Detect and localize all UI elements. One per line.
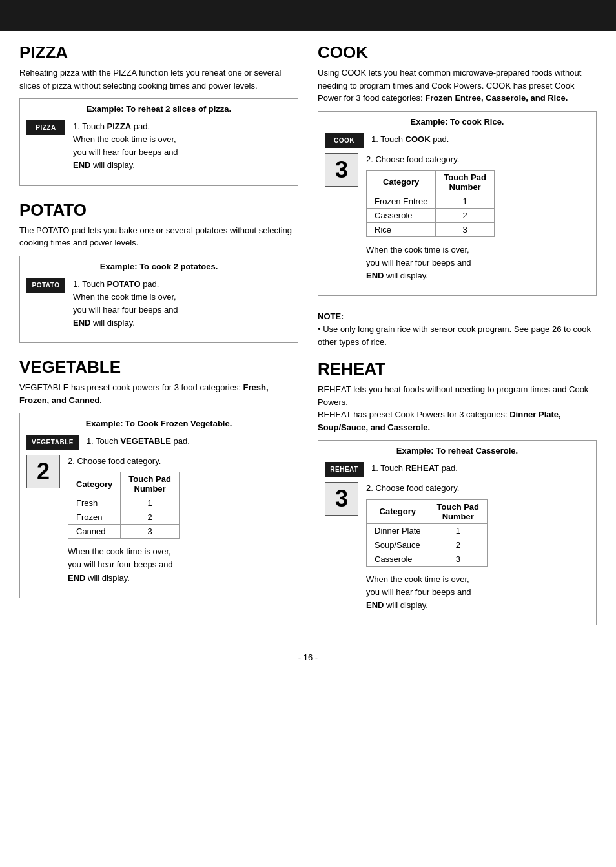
reheat-table-header-num: Touch PadNumber [429,499,487,523]
vegetable-desc-prefix: VEGETABLE has preset cook powers for 3 f… [19,382,243,392]
pizza-title: PIZZA [19,43,298,63]
cook-end-bold: END [366,271,384,280]
table-row: Casserole2 [367,208,495,222]
potato-step1-row: POTATO 1. Touch POTATO pad. When the coo… [26,278,291,330]
pizza-end-bold: END [73,160,90,170]
reheat-example-title: Example: To reheat Casserole. [325,446,590,455]
cook-example-box: Example: To cook Rice. COOK 1. Touch COO… [318,111,597,297]
potato-example-box: Example: To cook 2 potatoes. POTATO 1. T… [19,256,298,344]
pizza-step1-row: PIZZA 1. Touch PIZZA pad. When the cook … [26,120,291,172]
right-column: COOK Using COOK lets you heat common mic… [318,43,597,640]
left-column: PIZZA Reheating pizza with the PIZZA fun… [19,43,298,640]
page-number: - 16 - [19,653,597,662]
cook-step2-content: 2. Choose food category. Category Touch … [366,153,495,283]
reheat-step2-row: 3 2. Choose food category. Category Touc… [325,482,590,612]
vegetable-number-box: 2 [26,455,60,488]
cook-desc: Using COOK lets you heat common microwav… [318,67,597,105]
cook-step1-bold: COOK [406,134,431,144]
reheat-step1-row: REHEAT 1. Touch REHEAT pad. [325,462,590,477]
cook-table-header-num: Touch PadNumber [436,170,494,194]
table-row: Canned3 [68,525,180,539]
vegetable-category-table: Category Touch PadNumber Fresh1Frozen2Ca… [68,472,180,539]
vegetable-step2-content: 2. Choose food category. Category Touch … [68,455,180,585]
cook-desc-bold: Frozen Entree, Casserole, and Rice. [425,93,568,103]
pizza-button: PIZZA [26,120,65,135]
reheat-step1-text: 1. Touch REHEAT pad. [371,462,458,475]
pizza-desc: Reheating pizza with the PIZZA function … [19,67,298,92]
vegetable-example-box: Example: To Cook Frozen Vegetable. VEGET… [19,413,298,598]
vegetable-step1-row: VEGETABLE 1. Touch VEGETABLE pad. [26,435,291,450]
cook-example-title: Example: To cook Rice. [325,117,590,127]
potato-example-title: Example: To cook 2 potatoes. [26,262,291,271]
reheat-step3-text: When the cook time is over, you will hea… [366,573,488,612]
cook-step3-text: When the cook time is over, you will hea… [366,244,495,282]
vegetable-step1-bold: VEGETABLE [120,436,171,446]
potato-section: POTATO The POTATO pad lets you bake one … [19,200,298,344]
reheat-example-box: Example: To reheat Casserole. REHEAT 1. … [318,440,597,625]
reheat-table-header-cat: Category [367,499,429,523]
table-row: Fresh1 [68,496,180,510]
vegetable-table-header-num: Touch PadNumber [121,472,179,496]
potato-end-bold: END [73,318,90,328]
pizza-example-box: Example: To reheat 2 slices of pizza. PI… [19,98,298,186]
vegetable-title: VEGETABLE [19,357,298,377]
reheat-step1-bold: REHEAT [406,463,439,473]
cook-step1-row: COOK 1. Touch COOK pad. [325,133,590,148]
cook-step1-text: 1. Touch COOK pad. [371,133,449,146]
note-label: NOTE: [318,310,597,323]
table-row: Dinner Plate1 [367,523,488,538]
table-row: Frozen Entree1 [367,194,495,208]
cook-section: COOK Using COOK lets you heat common mic… [318,43,597,296]
page-header [0,0,616,31]
vegetable-step2-row: 2 2. Choose food category. Category Touc… [26,455,291,585]
potato-button: POTATO [26,278,65,293]
vegetable-step1-text: 1. Touch VEGETABLE pad. [87,435,190,448]
potato-title: POTATO [19,200,298,220]
pizza-step1-text: 1. Touch PIZZA pad. When the cook time i… [73,120,178,172]
vegetable-example-title: Example: To Cook Frozen Vegetable. [26,419,291,428]
reheat-end-bold: END [366,600,384,610]
cook-step2-row: 3 2. Choose food category. Category Touc… [325,153,590,283]
cook-step2-text: 2. Choose food category. [366,153,495,166]
potato-desc: The POTATO pad lets you bake one or seve… [19,224,298,249]
reheat-title: REHEAT [318,359,597,379]
table-row: Soup/Sauce2 [367,538,488,552]
reheat-step2-content: 2. Choose food category. Category Touch … [366,482,488,612]
cook-number-box: 3 [325,153,358,187]
vegetable-table-header-cat: Category [68,472,121,496]
vegetable-end-bold: END [68,573,85,583]
vegetable-step3-text: When the cook time is over, you will hea… [68,545,180,584]
reheat-button: REHEAT [325,462,364,477]
table-row: Casserole3 [367,552,488,566]
cook-table-header-cat: Category [367,170,436,194]
cook-button: COOK [325,133,364,148]
vegetable-button: VEGETABLE [26,435,79,450]
vegetable-desc: VEGETABLE has preset cook powers for 3 f… [19,381,298,406]
reheat-number-box: 3 [325,482,358,516]
vegetable-section: VEGETABLE VEGETABLE has preset cook powe… [19,357,298,598]
table-row: Rice3 [367,222,495,236]
reheat-desc: REHEAT lets you heat foods without needi… [318,383,597,434]
potato-step1-text: 1. Touch POTATO pad. When the cook time … [73,278,178,330]
pizza-example-title: Example: To reheat 2 slices of pizza. [26,104,291,114]
pizza-section: PIZZA Reheating pizza with the PIZZA fun… [19,43,298,186]
pizza-step1-bold: PIZZA [107,121,132,131]
cook-title: COOK [318,43,597,63]
reheat-category-table: Category Touch PadNumber Dinner Plate1So… [366,499,488,567]
cook-category-table: Category Touch PadNumber Frozen Entree1C… [366,170,495,237]
note-section: NOTE: • Use only long grain rice with se… [318,310,597,349]
vegetable-step2-text: 2. Choose food category. [68,455,180,468]
table-row: Frozen2 [68,510,180,525]
reheat-step2-text: 2. Choose food category. [366,482,488,495]
reheat-section: REHEAT REHEAT lets you heat foods withou… [318,359,597,625]
potato-step1-bold: POTATO [107,279,141,289]
note-text: • Use only long grain rice with sensor c… [318,323,597,349]
